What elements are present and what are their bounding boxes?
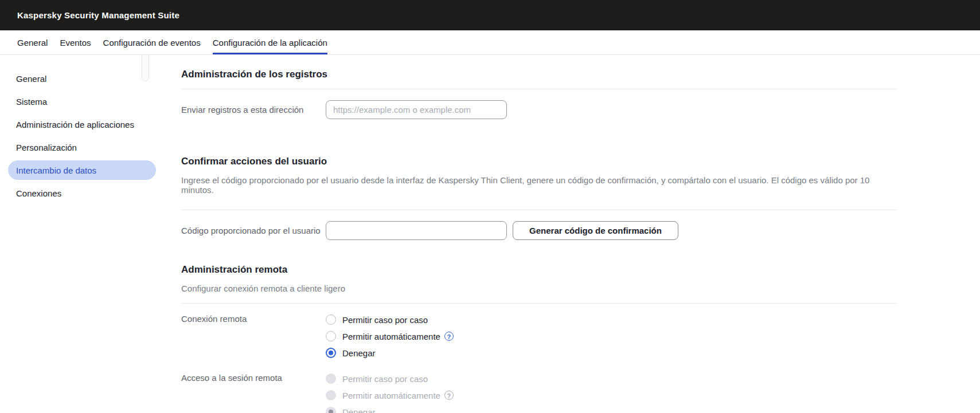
radio-icon (326, 407, 336, 413)
help-icon: ? (444, 391, 454, 400)
tab-bar: General Eventos Configuración de eventos… (0, 30, 980, 55)
settings-sidebar: General Sistema Administración de aplica… (0, 55, 172, 413)
settings-content: Administración de los registros Enviar r… (172, 55, 980, 413)
generate-code-button[interactable]: Generar código de confirmación (513, 221, 678, 240)
confirm-code-label: Código proporcionado por el usuario (181, 226, 326, 235)
logs-address-row: Enviar registros a esta dirección (181, 100, 897, 119)
remote-session-group: Acceso a la sesión remota Permitir caso … (181, 373, 897, 413)
remote-connection-label: Conexión remota (181, 314, 326, 324)
remote-session-options: Permitir caso por caso Permitir automáti… (326, 373, 454, 413)
app-header: Kaspersky Security Management Suite (0, 0, 980, 30)
sidebar-item-intercambio-datos[interactable]: Intercambio de datos (8, 160, 156, 180)
section-title-remote: Administración remota (181, 264, 897, 276)
tab-eventos[interactable]: Eventos (60, 30, 91, 54)
logs-address-label: Enviar registros a esta dirección (181, 105, 326, 115)
radio-denegar-disabled: Denegar (326, 406, 454, 413)
sidebar-item-general[interactable]: General (8, 69, 156, 88)
remote-subtitle: Configurar conexión remota a cliente lig… (181, 284, 897, 293)
help-icon[interactable]: ? (444, 332, 454, 341)
radio-icon[interactable] (326, 331, 336, 341)
section-title-logs: Administración de los registros (181, 69, 897, 80)
divider (181, 303, 897, 304)
logs-address-input[interactable] (326, 100, 507, 119)
radio-icon (326, 390, 336, 400)
main-layout: General Sistema Administración de aplica… (0, 55, 980, 413)
divider (181, 210, 897, 210)
sidebar-scrollbar-thumb[interactable] (142, 55, 149, 81)
tab-general[interactable]: General (17, 30, 48, 54)
app-title: Kaspersky Security Management Suite (17, 10, 179, 20)
radio-icon[interactable] (326, 314, 336, 325)
sidebar-item-administracion-aplicaciones[interactable]: Administración de aplicaciones (8, 115, 156, 134)
confirm-code-input[interactable] (326, 221, 507, 240)
remote-connection-options: Permitir caso por caso Permitir automáti… (326, 314, 454, 359)
radio-permitir-caso-por-caso-disabled: Permitir caso por caso (326, 373, 454, 384)
section-title-confirm: Confirmar acciones del usuario (181, 156, 897, 167)
confirm-description: Ingrese el código proporcionado por el u… (181, 175, 897, 195)
radio-icon[interactable] (326, 348, 336, 358)
radio-icon (326, 373, 336, 384)
radio-permitir-automaticamente[interactable]: Permitir automáticamente ? (326, 331, 454, 342)
tab-configuracion-eventos[interactable]: Configuración de eventos (103, 30, 201, 54)
radio-permitir-automaticamente-disabled: Permitir automáticamente ? (326, 390, 454, 401)
confirm-code-row: Código proporcionado por el usuario Gene… (181, 221, 897, 240)
kaspersky-settings-page: Kaspersky Security Management Suite Gene… (0, 0, 980, 413)
remote-connection-group: Conexión remota Permitir caso por caso P… (181, 314, 897, 359)
tab-configuracion-aplicacion[interactable]: Configuración de la aplicación (213, 30, 327, 54)
remote-session-label: Acceso a la sesión remota (181, 373, 326, 383)
radio-denegar[interactable]: Denegar (326, 347, 454, 359)
sidebar-item-personalizacion[interactable]: Personalización (8, 137, 156, 157)
radio-permitir-caso-por-caso[interactable]: Permitir caso por caso (326, 314, 454, 325)
sidebar-item-conexiones[interactable]: Conexiones (8, 183, 156, 203)
sidebar-item-sistema[interactable]: Sistema (8, 92, 156, 111)
divider (181, 89, 897, 89)
